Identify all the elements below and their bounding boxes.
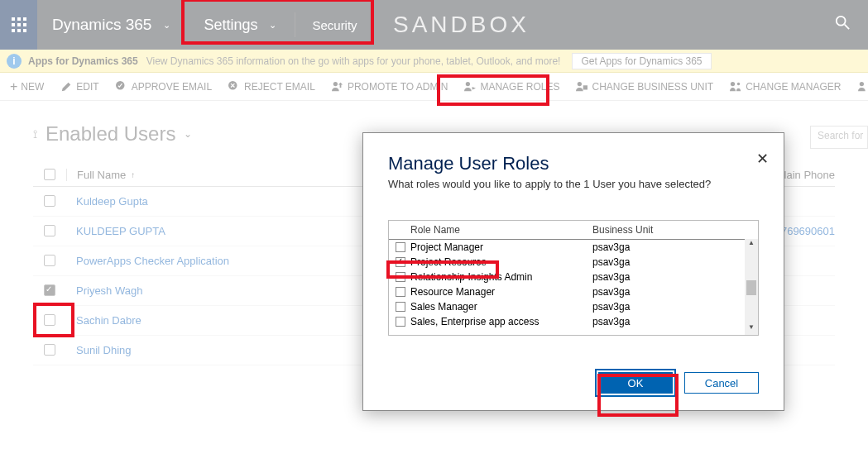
select-all-checkbox[interactable] — [33, 169, 66, 181]
reject-email-button[interactable]: REJECT EMAIL — [228, 81, 315, 93]
grid-search-input[interactable]: Search for — [810, 126, 868, 149]
edit-button[interactable]: EDIT — [60, 81, 98, 93]
bu-icon — [576, 81, 587, 93]
pin-icon: ⟟ — [33, 127, 37, 141]
security-breadcrumb[interactable]: Security — [295, 12, 373, 37]
role-name: Project Resource — [410, 256, 592, 268]
approve-email-button[interactable]: APPROVE EMAIL — [116, 81, 212, 93]
command-bar: NEW EDIT APPROVE EMAIL REJECT EMAIL PROM… — [0, 73, 868, 101]
svg-point-12 — [466, 81, 470, 85]
svg-rect-4 — [17, 23, 21, 26]
chevron-down-icon: ⌄ — [269, 20, 276, 31]
manage-roles-dialog: ✕ Manage User Roles What roles would you… — [362, 132, 784, 411]
row-checkbox[interactable] — [33, 255, 66, 267]
row-checkbox[interactable] — [33, 284, 66, 297]
role-bu: psav3ga — [592, 301, 758, 313]
svg-rect-3 — [12, 23, 15, 26]
person-up-icon — [332, 81, 343, 93]
role-list-scrollbar[interactable]: ▲ ▼ — [745, 239, 758, 335]
role-list: Role Name Business Unit Project Managerp… — [388, 220, 759, 336]
top-navbar: Dynamics 365 ⌄ Settings ⌄ Security SANDB… — [0, 0, 868, 50]
info-icon: i — [7, 54, 22, 69]
svg-rect-1 — [17, 17, 21, 21]
role-row[interactable]: Resource Managerpsav3ga — [389, 284, 758, 299]
app-launcher-button[interactable] — [0, 0, 37, 50]
get-apps-button[interactable]: Get Apps for Dynamics 365 — [572, 53, 711, 69]
roles-icon — [464, 81, 476, 93]
infobar-title: Apps for Dynamics 365 — [28, 55, 138, 67]
role-name: Relationship Insights Admin — [410, 271, 592, 283]
dialog-close-button[interactable]: ✕ — [756, 150, 769, 168]
brand-label: Dynamics 365 — [52, 16, 151, 34]
chevron-down-icon: ⌄ — [163, 20, 170, 31]
row-checkbox[interactable] — [33, 195, 66, 208]
manage-roles-button[interactable]: MANAGE ROLES — [464, 81, 559, 93]
svg-rect-2 — [23, 17, 26, 21]
role-bu: psav3ga — [592, 271, 758, 283]
svg-rect-5 — [23, 23, 26, 26]
role-bu: psav3ga — [592, 241, 758, 253]
role-bu: psav3ga — [592, 256, 758, 268]
change-bu-button[interactable]: CHANGE BUSINESS UNIT — [576, 81, 713, 93]
notification-bar: i Apps for Dynamics 365 View Dynamics 36… — [0, 50, 868, 73]
svg-point-14 — [731, 81, 735, 85]
view-title-label: Enabled Users — [46, 122, 175, 146]
svg-rect-8 — [23, 29, 26, 32]
row-checkbox[interactable] — [33, 225, 66, 237]
sort-asc-icon: ↑ — [131, 170, 135, 179]
role-name: Sales Manager — [410, 301, 592, 313]
role-checkbox[interactable] — [396, 317, 405, 327]
svg-point-15 — [737, 82, 741, 85]
svg-rect-0 — [12, 17, 15, 21]
role-checkbox[interactable] — [396, 242, 405, 252]
scroll-thumb[interactable] — [746, 280, 756, 295]
svg-rect-7 — [17, 29, 21, 32]
svg-point-11 — [333, 81, 338, 85]
settings-dropdown[interactable]: Settings ⌄ — [185, 0, 295, 50]
role-name: Project Manager — [410, 241, 592, 253]
role-row[interactable]: Relationship Insights Adminpsav3ga — [389, 270, 758, 284]
settings-label: Settings — [204, 17, 257, 34]
svg-point-9 — [837, 17, 846, 26]
scroll-down-icon: ▼ — [745, 323, 758, 335]
new-button[interactable]: NEW — [10, 79, 44, 94]
svg-point-16 — [859, 81, 863, 85]
cancel-button[interactable]: Cancel — [684, 372, 759, 394]
role-row[interactable]: Project Managerpsav3ga — [389, 240, 758, 255]
dialog-subtitle: What roles would you like to apply to th… — [388, 178, 759, 190]
role-col-bu: Business Unit — [592, 224, 758, 236]
role-col-name: Role Name — [410, 224, 592, 236]
role-checkbox[interactable] — [396, 272, 405, 282]
role-checkbox[interactable] — [396, 302, 405, 312]
chevron-down-icon: ⌄ — [184, 128, 192, 140]
ok-button[interactable]: OK — [598, 372, 673, 394]
reject-icon — [228, 81, 240, 93]
change-more-button[interactable]: CHANG — [858, 81, 868, 93]
dialog-title: Manage User Roles — [388, 153, 759, 174]
scroll-up-icon: ▲ — [745, 239, 758, 251]
role-bu: psav3ga — [592, 286, 758, 298]
svg-rect-6 — [12, 29, 15, 32]
role-row[interactable]: Project Resourcepsav3ga — [389, 255, 758, 270]
global-search-button[interactable] — [835, 15, 850, 33]
search-icon — [835, 15, 850, 30]
role-name: Sales, Enterprise app access — [410, 316, 592, 327]
role-row[interactable]: Sales, Enterprise app accesspsav3ga — [389, 314, 758, 329]
sandbox-label: SANDBOX — [393, 0, 530, 50]
svg-line-10 — [845, 25, 849, 29]
role-row[interactable]: Sales Managerpsav3ga — [389, 299, 758, 314]
role-bu: psav3ga — [592, 316, 758, 327]
grid-icon — [12, 17, 26, 32]
approve-icon — [116, 81, 127, 93]
role-name: Resource Manager — [410, 286, 592, 298]
role-checkbox[interactable] — [396, 257, 405, 267]
promote-admin-button[interactable]: PROMOTE TO ADMIN — [332, 81, 448, 93]
row-checkbox[interactable] — [33, 314, 66, 327]
role-checkbox[interactable] — [396, 287, 405, 297]
row-checkbox[interactable] — [33, 344, 66, 356]
manager-icon — [730, 81, 741, 93]
change-manager-button[interactable]: CHANGE MANAGER — [730, 81, 841, 93]
brand-dropdown[interactable]: Dynamics 365 ⌄ — [37, 0, 185, 50]
person-icon — [858, 81, 868, 93]
infobar-desc: View Dynamics 365 information on the go … — [146, 55, 561, 67]
